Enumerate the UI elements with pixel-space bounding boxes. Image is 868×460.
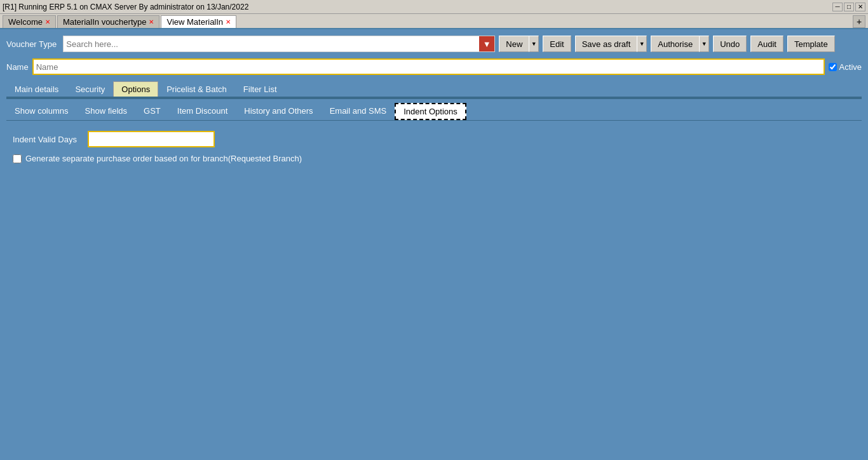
add-tab-button[interactable]: + xyxy=(853,15,865,28)
generate-separate-po-row: Generate separate purchase order based o… xyxy=(13,154,855,163)
tab-view-materialin[interactable]: View MaterialIn ✕ xyxy=(161,15,236,28)
name-input[interactable] xyxy=(32,58,825,75)
tab-filter-list[interactable]: Filter List xyxy=(235,81,285,97)
generate-separate-po-label: Generate separate purchase order based o… xyxy=(25,154,302,163)
tab-security[interactable]: Security xyxy=(67,81,113,97)
tab-welcome[interactable]: Welcome ✕ xyxy=(3,15,56,28)
tab-options[interactable]: Options xyxy=(113,81,158,97)
tab-bar: Welcome ✕ MaterialIn vouchertype ✕ View … xyxy=(0,14,868,29)
edit-button[interactable]: Edit xyxy=(543,36,571,52)
name-label: Name xyxy=(6,62,29,72)
name-row: Name Active xyxy=(6,58,862,75)
save-as-draft-button-group[interactable]: Save as draft ▼ xyxy=(575,36,648,52)
voucher-type-search-box[interactable]: ▼ xyxy=(63,36,495,52)
sub-tab-show-fields[interactable]: Show fields xyxy=(77,103,135,120)
tab-materialin-vouchertype-close[interactable]: ✕ xyxy=(149,18,154,25)
indent-valid-days-row: Indent Valid Days xyxy=(13,131,855,147)
tab-view-materialin-close[interactable]: ✕ xyxy=(226,18,231,25)
new-button[interactable]: New xyxy=(499,36,529,52)
minimize-button[interactable]: ─ xyxy=(832,3,843,11)
sub-tab-email-and-sms[interactable]: Email and SMS xyxy=(322,103,395,120)
indent-valid-days-label: Indent Valid Days xyxy=(13,135,83,144)
new-button-group[interactable]: New ▼ xyxy=(499,36,539,52)
window-controls[interactable]: ─ □ ✕ xyxy=(832,3,865,11)
sub-tab-item-discount[interactable]: Item Discount xyxy=(169,103,236,120)
template-button[interactable]: Template xyxy=(787,36,835,52)
toolbar: Voucher Type ▼ New ▼ Edit Save as draft … xyxy=(6,36,862,52)
sub-tabs: Show columns Show fields GST Item Discou… xyxy=(6,99,862,121)
window-title: [R1] Running ERP 5.1 on CMAX Server By a… xyxy=(3,3,248,11)
authorise-dropdown-arrow[interactable]: ▼ xyxy=(699,36,709,52)
save-as-draft-button[interactable]: Save as draft xyxy=(575,36,637,52)
voucher-type-search-input[interactable] xyxy=(66,39,492,49)
tab-materialin-vouchertype-label: MaterialIn vouchertype xyxy=(63,17,147,27)
indent-valid-days-input[interactable] xyxy=(88,131,215,147)
main-content: Voucher Type ▼ New ▼ Edit Save as draft … xyxy=(0,29,868,180)
search-dropdown-arrow[interactable]: ▼ xyxy=(479,36,494,51)
sub-tab-history-and-others[interactable]: History and Others xyxy=(236,103,321,120)
active-checkbox-area[interactable]: Active xyxy=(829,62,862,72)
tab-welcome-close[interactable]: ✕ xyxy=(45,18,50,25)
tab-welcome-label: Welcome xyxy=(8,17,43,27)
authorise-button-group[interactable]: Authorise ▼ xyxy=(651,36,709,52)
close-button[interactable]: ✕ xyxy=(855,3,865,11)
title-bar: [R1] Running ERP 5.1 on CMAX Server By a… xyxy=(0,0,868,14)
active-checkbox[interactable] xyxy=(829,63,837,71)
tab-materialin-vouchertype[interactable]: MaterialIn vouchertype ✕ xyxy=(57,15,160,28)
sub-tab-indent-options[interactable]: Indent Options xyxy=(395,103,466,120)
voucher-type-label: Voucher Type xyxy=(6,39,57,49)
authorise-button[interactable]: Authorise xyxy=(651,36,699,52)
sub-tab-gst[interactable]: GST xyxy=(135,103,169,120)
form-tabs: Main details Security Options Pricelist … xyxy=(6,81,862,98)
tab-view-materialin-label: View MaterialIn xyxy=(166,17,223,27)
active-label: Active xyxy=(839,62,862,72)
audit-button[interactable]: Audit xyxy=(750,36,783,52)
generate-separate-po-checkbox[interactable] xyxy=(13,154,22,163)
sub-tab-show-columns[interactable]: Show columns xyxy=(6,103,77,120)
undo-button[interactable]: Undo xyxy=(713,36,747,52)
maximize-button[interactable]: □ xyxy=(844,3,854,11)
dropdown-arrow-icon: ▼ xyxy=(483,39,491,49)
new-dropdown-arrow[interactable]: ▼ xyxy=(529,36,539,52)
tab-main-details[interactable]: Main details xyxy=(6,81,67,97)
indent-options-content: Indent Valid Days Generate separate purc… xyxy=(6,121,862,173)
save-as-draft-dropdown-arrow[interactable]: ▼ xyxy=(637,36,647,52)
tab-pricelist-batch[interactable]: Pricelist & Batch xyxy=(158,81,235,97)
